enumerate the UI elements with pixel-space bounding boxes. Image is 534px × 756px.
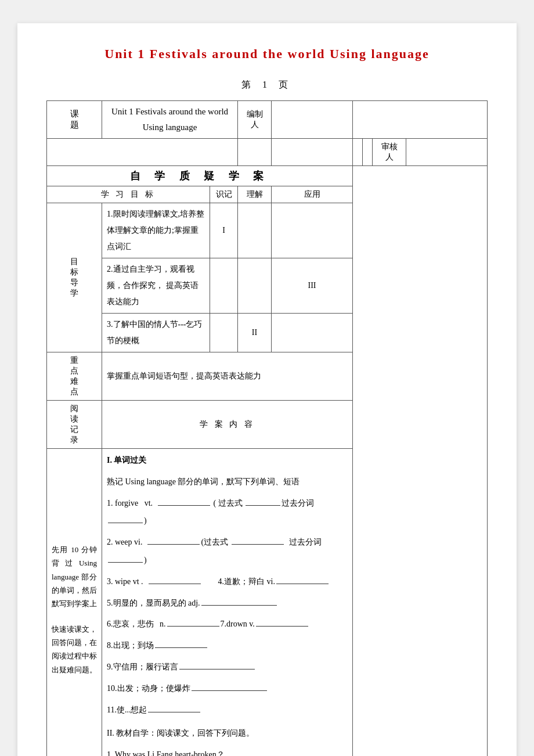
section-header-row: 自 学 质 疑 学 案	[47, 166, 488, 186]
key-difficult-row: 重点难点 掌握重点单词短语句型，提高英语表达能力	[47, 352, 488, 401]
obj3-col1	[210, 314, 238, 352]
vocab-content: I. 单词过关 熟记 Using language 部分的单词，默写下列单词、短…	[102, 449, 353, 757]
page: Unit 1 Festivals around the world Using …	[17, 23, 517, 756]
vocab-item-8: 8.出现；到场	[107, 637, 348, 655]
reviewer-value	[406, 139, 488, 166]
reviewer-label: 审核人	[373, 139, 406, 166]
objectives-header: 学 习 目 标	[47, 186, 210, 203]
obj2-col3: III	[272, 258, 353, 314]
reviewer-row: 审核人	[47, 139, 488, 166]
key-difficult-label: 重点难点	[47, 352, 102, 401]
study-content-header-row: 阅读记录 学 案 内 容	[47, 401, 488, 449]
vocab-item-3: 3. wipe vt . 4.道歉；辩白 vi.	[107, 573, 348, 591]
objective-2-text: 2.通过自主学习，观看视频，合作探究， 提高英语表达能力	[102, 258, 210, 314]
vocab-item-1: 1. forgive vt. ( 过去式 过去分词)	[107, 495, 348, 531]
page-number: 第 1 页	[46, 79, 488, 91]
vocab-item-9: 9.守信用；履行诺言	[107, 658, 348, 676]
vocab-item-11: 11.使...想起	[107, 701, 348, 719]
section2-title: II. 教材自学：阅读课文，回答下列问题。	[107, 725, 348, 743]
side-note-2: 快速读课文，回答问题，在阅读过程中标出疑难问题。	[52, 622, 97, 677]
editor-label: 编制人	[238, 101, 272, 139]
editor-value	[272, 101, 353, 139]
section1-title: I. 单词过关	[107, 452, 348, 470]
obj3-col3	[272, 314, 353, 352]
objectives-header-row: 学 习 目 标 识记 理解 应用	[47, 186, 488, 203]
course-label: 课 题	[47, 101, 102, 139]
main-table: 课 题 Unit 1 Festivals around the world Us…	[46, 100, 488, 756]
side-note-1: 先用 10 分钟 背 过 Using language 部分的单词，然后默写到学…	[47, 449, 102, 757]
vocab-item-10: 10.出发；动身；使爆炸	[107, 680, 348, 698]
course-row: 课 题 Unit 1 Festivals around the world Us…	[47, 101, 488, 139]
key-difficult-text: 掌握重点单词短语句型，提高英语表达能力	[102, 352, 353, 401]
col-header-3: 应用	[272, 186, 353, 203]
obj1-col2	[238, 203, 272, 258]
objective-row-3: 3.了解中国的情人节---乞巧节的梗概 II	[47, 314, 488, 352]
col-header-1: 识记	[210, 186, 238, 203]
vocab-item-6: 6.悲哀，悲伤 n.7.drown v.	[107, 615, 348, 633]
section-title: 自 学 质 疑 学 案	[47, 166, 353, 186]
target-label: 目标导学	[47, 203, 102, 352]
col-header-2: 理解	[238, 186, 272, 203]
obj1-col1: I	[210, 203, 238, 258]
obj1-col3	[272, 203, 353, 258]
objective-row-2: 2.通过自主学习，观看视频，合作探究， 提高英语表达能力 III	[47, 258, 488, 314]
main-content-row: 先用 10 分钟 背 过 Using language 部分的单词，然后默写到学…	[47, 449, 488, 757]
obj2-col1	[210, 258, 238, 314]
objective-1-text: 1.限时阅读理解课文,培养整体理解文章的能力;掌握重点词汇	[102, 203, 210, 258]
reading-record-label: 阅读记录	[47, 401, 102, 449]
study-content-header: 学 案 内 容	[102, 401, 353, 449]
question-1: 1. Why was Li Fang heart-broken？	[107, 746, 348, 756]
section1-intro: 熟记 Using language 部分的单词，默写下列单词、短语	[107, 473, 348, 491]
objective-row-1: 目标导学 1.限时阅读理解课文,培养整体理解文章的能力;掌握重点词汇 I	[47, 203, 488, 258]
main-title: Unit 1 Festivals around the world Using …	[46, 46, 488, 62]
course-title: Unit 1 Festivals around the world Using …	[102, 101, 238, 139]
objective-3-text: 3.了解中国的情人节---乞巧节的梗概	[102, 314, 210, 352]
vocab-item-5: 5.明显的，显而易见的 adj.	[107, 595, 348, 613]
vocab-item-2: 2. weep vi. (过去式 过去分词)	[107, 534, 348, 570]
obj2-col2	[238, 258, 272, 314]
obj3-col2: II	[238, 314, 272, 352]
